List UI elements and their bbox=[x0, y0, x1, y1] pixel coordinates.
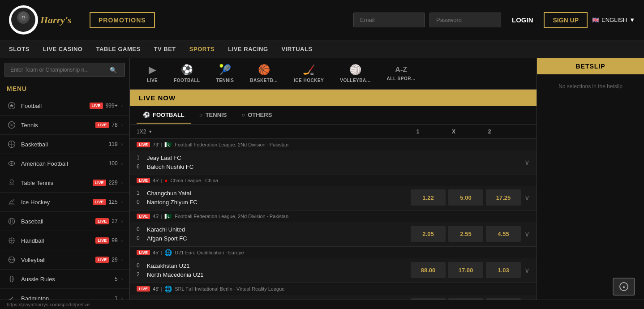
ice-hockey-icon bbox=[7, 197, 17, 207]
tab-others[interactable]: ○ OTHERS bbox=[235, 107, 278, 124]
sidebar-item-football[interactable]: Football LIVE 999+ › bbox=[0, 96, 129, 116]
password-input[interactable] bbox=[429, 13, 501, 27]
match-3-odd-x[interactable]: 2.55 bbox=[448, 226, 483, 242]
nav-item-live-casino[interactable]: LIVE CASINO bbox=[43, 46, 83, 52]
match-4-odd-1[interactable]: 88.00 bbox=[411, 262, 446, 278]
betslip-empty-message: No selections in the betslip bbox=[537, 74, 644, 99]
match-3-row: 0 Karachi United 0 Afgan Sport FC 2.05 2… bbox=[130, 222, 537, 246]
match-3-odd-1[interactable]: 2.05 bbox=[411, 226, 446, 242]
logo-text: Harry's bbox=[40, 14, 72, 26]
search-box: 🔍 bbox=[0, 58, 129, 82]
camera-widget[interactable]: ● bbox=[613, 278, 635, 296]
match-2-odd-x[interactable]: 5.00 bbox=[448, 189, 483, 206]
sidebar-item-handball[interactable]: Handball LIVE 99 › bbox=[0, 231, 129, 250]
market-col-x: X bbox=[436, 129, 472, 135]
match-4-expand-button[interactable]: ∨ bbox=[524, 266, 530, 275]
match-2-league-name: China League · China bbox=[171, 178, 218, 183]
match-4-odd-2[interactable]: 1.03 bbox=[486, 262, 521, 278]
match-5-league-name: SRL Fall Invitational Berlin · Virtual R… bbox=[175, 286, 284, 292]
match-2-odds: 1.22 5.00 17.25 bbox=[411, 189, 521, 206]
live-indicator-2: LIVE bbox=[137, 178, 150, 183]
match-3-flag: 🇵🇰 bbox=[164, 213, 172, 220]
sidebar-item-label-basketball: Basketball bbox=[21, 141, 109, 148]
count-volleyball: 29 bbox=[112, 257, 117, 263]
sidebar-item-label-baseball: Baseball bbox=[21, 218, 95, 225]
match-block-3: LIVE 45' | 🇵🇰 Football Federation League… bbox=[130, 210, 537, 247]
market-col-2: 2 bbox=[472, 129, 507, 135]
count-baseball: 27 bbox=[112, 218, 117, 224]
chevron-icon-basketball: › bbox=[121, 142, 123, 147]
sidebar-item-label-ice-hockey: Ice Hockey bbox=[21, 199, 93, 206]
tab-others-icon: ○ bbox=[241, 112, 245, 118]
count-basketball: 119 bbox=[109, 141, 118, 147]
match-4-odd-x[interactable]: 17.00 bbox=[448, 262, 483, 278]
sidebar-item-american-football[interactable]: American Football 100 › bbox=[0, 154, 129, 173]
login-button[interactable]: LOGIN bbox=[506, 13, 540, 27]
match-1-score1: 1 bbox=[137, 154, 143, 161]
nav-item-virtuals[interactable]: VIRTUALS bbox=[282, 46, 313, 52]
match-4-team2: 2 North Macedonia U21 bbox=[137, 270, 411, 279]
search-input[interactable] bbox=[4, 63, 125, 77]
sport-icons-row: ▶ LIVE ⚽ FOOTBALL 🎾 TENNIS 🏀 BASKETB... … bbox=[130, 58, 537, 90]
match-1-flag: 🇵🇰 bbox=[164, 141, 172, 148]
sidebar-item-ice-hockey[interactable]: Ice Hockey LIVE 125 › bbox=[0, 193, 129, 212]
sport-icon-basketball[interactable]: 🏀 BASKETB... bbox=[242, 60, 286, 88]
nav-item-slots[interactable]: SLOTS bbox=[9, 46, 30, 52]
sport-icon-football[interactable]: ⚽ FOOTBALL bbox=[166, 60, 208, 88]
match-5-league: LIVE 45' | 🌐 SRL Fall Invitational Berli… bbox=[130, 283, 537, 295]
signup-button[interactable]: SIGN UP bbox=[544, 12, 588, 28]
promotions-button[interactable]: PROMOTIONS bbox=[90, 12, 155, 28]
language-button[interactable]: 🇬🇧 ENGLISH ▼ bbox=[592, 17, 635, 23]
nav-item-tv-bet[interactable]: TV BET bbox=[154, 46, 176, 52]
nav-item-sports[interactable]: SPORTS bbox=[189, 46, 215, 52]
match-1-expand-button[interactable]: ∨ bbox=[524, 158, 530, 167]
match-2-odd-1[interactable]: 1.22 bbox=[411, 189, 446, 206]
basketball-ball-icon: 🏀 bbox=[258, 64, 270, 76]
match-2-odd-2[interactable]: 17.25 bbox=[486, 189, 521, 206]
tab-football-label: FOOTBALL bbox=[153, 112, 185, 118]
live-tabs: ⚽ FOOTBALL ○ TENNIS ○ OTHERS bbox=[130, 106, 537, 125]
sidebar-item-basketball[interactable]: Basketball 119 › bbox=[0, 135, 129, 154]
sidebar-item-table-tennis[interactable]: Table Tennis LIVE 229 › bbox=[0, 173, 129, 193]
sport-icon-ice-hockey-label: ICE HOCKEY bbox=[294, 78, 324, 83]
chevron-icon-aussie-rules: › bbox=[121, 277, 123, 282]
tab-tennis[interactable]: ○ TENNIS bbox=[193, 107, 233, 124]
nav-item-live-racing[interactable]: LIVE RACING bbox=[228, 46, 268, 52]
match-4-flag: 🌐 bbox=[164, 249, 172, 256]
match-2-time: 45' | bbox=[153, 178, 162, 183]
sidebar-item-volleyball[interactable]: Volleyball LIVE 29 › bbox=[0, 250, 129, 270]
sport-icon-tennis[interactable]: 🎾 TENNIS bbox=[208, 60, 242, 88]
count-handball: 99 bbox=[112, 237, 117, 244]
tennis-icon bbox=[7, 120, 17, 130]
american-football-icon bbox=[7, 159, 17, 168]
sidebar-item-tennis[interactable]: Tennis LIVE 78 › bbox=[0, 116, 129, 135]
match-4-row: 0 Kazakhstan U21 2 North Macedonia U21 8… bbox=[130, 258, 537, 283]
volleyball-icon bbox=[7, 255, 17, 265]
match-4-name2: North Macedonia U21 bbox=[147, 271, 203, 278]
match-2-expand-button[interactable]: ∨ bbox=[524, 193, 530, 202]
match-3-name2: Afgan Sport FC bbox=[147, 235, 187, 242]
sport-icon-live[interactable]: ▶ LIVE bbox=[139, 60, 166, 88]
match-4-score1: 0 bbox=[137, 262, 143, 269]
market-col-1: 1 bbox=[400, 129, 436, 135]
nav-bar: SLOTS LIVE CASINO TABLE GAMES TV BET SPO… bbox=[0, 40, 644, 58]
nav-item-table-games[interactable]: TABLE GAMES bbox=[96, 46, 140, 52]
sport-icon-ice-hockey[interactable]: 🏒 ICE HOCKEY bbox=[286, 60, 332, 88]
live-badge-football: LIVE bbox=[90, 103, 103, 109]
market-type[interactable]: 1X2 ▼ bbox=[137, 129, 400, 135]
match-3-expand-button[interactable]: ∨ bbox=[524, 230, 530, 238]
match-block-4: LIVE 45' | 🌐 U21 Euro Qualification · Eu… bbox=[130, 247, 537, 283]
betslip-title: BETSLIP bbox=[537, 58, 644, 74]
match-3-odds: 2.05 2.55 4.55 bbox=[411, 226, 521, 242]
email-input[interactable] bbox=[353, 13, 425, 27]
sport-icon-all-sports[interactable]: A-Z ALL SPOR... bbox=[379, 61, 424, 86]
match-3-odd-2[interactable]: 4.55 bbox=[486, 226, 521, 242]
live-indicator-4: LIVE bbox=[137, 250, 150, 255]
tab-football[interactable]: ⚽ FOOTBALL bbox=[137, 107, 191, 124]
sidebar-item-aussie-rules[interactable]: Aussie Rules 5 › bbox=[0, 270, 129, 289]
chevron-icon-ice-hockey: › bbox=[121, 200, 123, 205]
svg-point-11 bbox=[9, 218, 15, 224]
chevron-icon-table-tennis: › bbox=[121, 180, 123, 185]
sidebar-item-baseball[interactable]: Baseball LIVE 27 › bbox=[0, 212, 129, 231]
sport-icon-volleyball[interactable]: 🏐 VOLLEYBA... bbox=[332, 60, 378, 88]
